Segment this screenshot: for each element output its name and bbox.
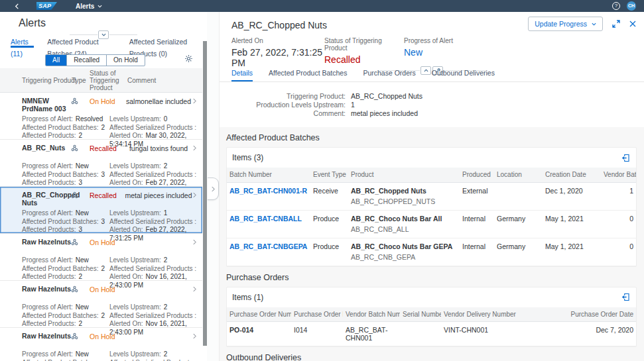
alert-product-name: Raw Hazelnuts bbox=[22, 238, 76, 246]
section-title-batches: Affected Product Batches bbox=[220, 127, 644, 147]
alert-product-name: NMNEW PrdName 003 bbox=[22, 97, 76, 113]
table-row[interactable]: PO-014 I014 AB_RC_BAT-CHN001 VINT-CHN001… bbox=[227, 322, 636, 346]
alert-product-name: Raw Hazelnuts bbox=[22, 333, 76, 340]
form-value: AB_RC_Chopped Nuts bbox=[351, 92, 422, 101]
detail-tab-2[interactable]: Purchase Orders bbox=[363, 66, 415, 81]
alert-comment: salmonellae included bbox=[125, 97, 192, 105]
batch-cluster-icon bbox=[71, 238, 78, 247]
batch-number-link[interactable]: AB_RC_BAT-CHN001-R bbox=[229, 187, 307, 195]
batch-number-link[interactable]: AB_RC_BAT-CNBGEPA bbox=[229, 242, 307, 250]
help-icon[interactable]: ? bbox=[612, 2, 620, 10]
detail-tab-0[interactable]: Details bbox=[231, 66, 253, 81]
close-icon[interactable] bbox=[629, 21, 636, 27]
form-row: Production Levels Upstream: 1 bbox=[220, 101, 644, 109]
form-value: metal pieces included bbox=[351, 109, 418, 118]
alert-list-item[interactable]: Raw Hazelnuts On Hold Progress of Alert:… bbox=[0, 234, 202, 281]
column-header: Vendor Batches bbox=[601, 168, 636, 182]
chevron-right-icon[interactable] bbox=[193, 97, 196, 105]
chevron-right-icon[interactable] bbox=[193, 285, 196, 293]
alert-details: Progress of Alert:New Levels Upstream:2 … bbox=[22, 350, 202, 361]
page-title: Alerts bbox=[19, 17, 46, 29]
gear-icon[interactable] bbox=[184, 54, 193, 64]
detail-header: AB_RC_Chopped Nuts Update Progress Alert… bbox=[220, 12, 644, 82]
form-label: Triggering Product: bbox=[220, 92, 346, 101]
alert-status: On Hold bbox=[90, 333, 115, 340]
alert-list-item[interactable]: Raw Hazelnuts On Hold Progress of Alert:… bbox=[0, 328, 202, 361]
alerts-table-header: Triggering Product Type Status of Trigge… bbox=[0, 68, 202, 93]
batch-number-link[interactable]: AB_RC_BAT-CNBALL bbox=[229, 215, 302, 223]
alert-product-name: AB_RC_Chopped Nuts bbox=[22, 191, 76, 207]
section-title-purchase-orders: Purchase Orders bbox=[220, 267, 644, 287]
column-header: Purchase Order Date bbox=[534, 307, 636, 322]
chevron-right-icon bbox=[212, 186, 215, 192]
progress-value: New bbox=[404, 47, 453, 58]
chevron-right-icon[interactable] bbox=[193, 238, 196, 246]
column-header-status: Status of Triggering Product bbox=[90, 70, 125, 91]
table-row[interactable]: AB_RC_BAT-CNBALL Produce AB_RC_Choco Nut… bbox=[227, 210, 636, 238]
detail-content: Triggering Product: AB_RC_Chopped Nuts P… bbox=[220, 82, 644, 361]
shell-app-title[interactable]: Alerts bbox=[76, 3, 102, 10]
progress-label: Progress of Alert bbox=[404, 37, 453, 44]
master-tab-1[interactable]: Affected Product Batches (24) bbox=[47, 36, 116, 48]
form-row: Comment: metal pieces included bbox=[220, 109, 644, 118]
status-filter: AllRecalledOn Hold bbox=[45, 54, 145, 66]
alert-list-item[interactable]: AB_RC_Nuts Recalled fungal toxins found … bbox=[0, 140, 202, 187]
sap-logo[interactable]: SAP bbox=[36, 2, 57, 10]
batches-table-header: Batch NumberEvent TypeProductProducedLoc… bbox=[227, 168, 636, 182]
alert-status: On Hold bbox=[90, 285, 115, 293]
master-tab-2[interactable]: Affected Serialized Products (0) bbox=[129, 36, 202, 48]
batch-cluster-icon bbox=[71, 144, 78, 153]
back-icon[interactable] bbox=[15, 3, 19, 9]
export-icon[interactable] bbox=[621, 293, 630, 301]
form-value: 1 bbox=[351, 101, 355, 109]
chevron-right-icon[interactable] bbox=[193, 191, 196, 199]
chevron-right-icon[interactable] bbox=[193, 144, 196, 152]
batches-items-title: Items (3) bbox=[232, 153, 263, 162]
detail-title: AB_RC_Chopped Nuts bbox=[231, 20, 327, 30]
table-row[interactable]: AB_RC_BAT-CNBGEPA Produce AB_RC_Choco Nu… bbox=[227, 238, 636, 266]
table-row[interactable]: AB_RC_BAT-CHN001-R Receive AB_RC_Chopped… bbox=[227, 182, 636, 210]
detail-tab-1[interactable]: Affected Product Batches bbox=[269, 66, 347, 81]
alert-product-name: AB_RC_Nuts bbox=[22, 144, 76, 152]
column-header: Event Type bbox=[310, 168, 348, 182]
master-tabs: Alerts (11)Affected Product Batches (24)… bbox=[0, 36, 202, 48]
expand-icon[interactable] bbox=[612, 20, 620, 28]
master-toolbar: AllRecalledOn Hold bbox=[0, 52, 202, 68]
alert-list-item[interactable]: Raw Hazelnuts On Hold Progress of Alert:… bbox=[0, 281, 202, 328]
column-header: Batch Number bbox=[227, 168, 310, 182]
alert-list-item[interactable]: AB_RC_Chopped Nuts Recalled metal pieces… bbox=[0, 187, 202, 234]
form-label: Comment: bbox=[220, 109, 346, 118]
master-tab-0[interactable]: Alerts (11) bbox=[11, 36, 34, 48]
column-header: Produced bbox=[460, 168, 494, 182]
master-scrollbar[interactable] bbox=[203, 41, 207, 346]
batches-table: Batch NumberEvent TypeProductProducedLoc… bbox=[227, 168, 636, 266]
avatar[interactable]: CH bbox=[627, 1, 636, 11]
column-header: Product bbox=[348, 168, 460, 182]
batches-table-body: AB_RC_BAT-CHN001-R Receive AB_RC_Chopped… bbox=[227, 182, 636, 266]
update-progress-button[interactable]: Update Progress bbox=[528, 17, 603, 31]
export-icon[interactable] bbox=[621, 154, 630, 162]
column-header-triggering-product: Triggering Product bbox=[22, 77, 76, 84]
batch-cluster-icon bbox=[71, 333, 78, 341]
filter-button-0[interactable]: All bbox=[46, 55, 66, 66]
chevron-right-icon[interactable] bbox=[193, 333, 196, 340]
panel-expander-handle[interactable] bbox=[208, 178, 219, 200]
filter-button-2[interactable]: On Hold bbox=[106, 55, 145, 66]
filter-button-1[interactable]: Recalled bbox=[66, 55, 106, 66]
po-table-body: PO-014 I014 AB_RC_BAT-CHN001 VINT-CHN001… bbox=[227, 322, 636, 346]
detail-tabs: DetailsAffected Product BatchesPurchase … bbox=[231, 66, 644, 81]
chevron-down-icon bbox=[97, 5, 102, 8]
batch-cluster-icon bbox=[71, 285, 78, 294]
batches-card: Items (3) Batch NumberEvent TypeProductP… bbox=[226, 147, 637, 267]
details-form: Triggering Product: AB_RC_Chopped Nuts P… bbox=[220, 82, 644, 127]
status-value: Recalled bbox=[324, 54, 404, 65]
alert-status: Recalled bbox=[90, 191, 117, 199]
detail-tab-3[interactable]: Outbound Deliveries bbox=[432, 66, 495, 81]
form-label: Production Levels Upstream: bbox=[220, 101, 346, 109]
alert-list-item[interactable]: NMNEW PrdName 003 On Hold salmonellae in… bbox=[0, 93, 202, 140]
detail-kpis: Alerted On Feb 27, 2022, 7:31:25 PM Stat… bbox=[231, 37, 453, 68]
column-header: Location bbox=[494, 168, 543, 182]
alert-list: NMNEW PrdName 003 On Hold salmonellae in… bbox=[0, 93, 202, 361]
column-header: Serial Number bbox=[400, 307, 441, 322]
chevron-down-icon bbox=[592, 23, 596, 26]
